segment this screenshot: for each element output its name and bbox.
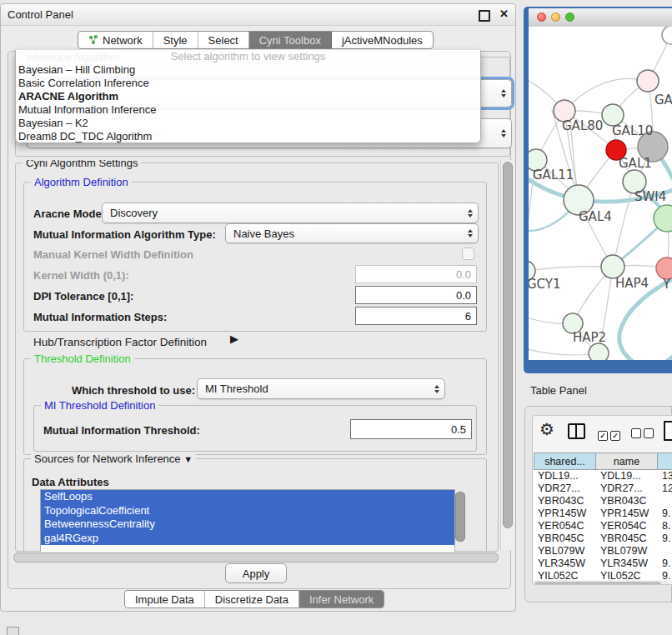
attribute-list-item[interactable]: gal4RGexp [41, 532, 454, 546]
tab-network[interactable]: Network [78, 32, 153, 48]
mi-type-value: Naive Bayes [233, 228, 294, 240]
close-icon[interactable]: ✕ [499, 8, 509, 20]
dpi-tolerance-field[interactable]: 0.0 [355, 286, 477, 304]
table-cell: YDL19... [596, 470, 658, 482]
float-window-icon[interactable] [479, 10, 490, 22]
table-panel-inner: ⚙ ✓✓ shared...name YDL19...YDL19...13YDR… [532, 415, 672, 585]
table-row[interactable]: YLR345WYLR345W9. [534, 558, 672, 570]
window-close-button[interactable] [537, 12, 546, 22]
tab-label: Cyni Toolbox [259, 34, 321, 47]
tab-impute-data[interactable]: Impute Data [125, 591, 205, 608]
table-row[interactable]: YIL052CYIL052C9. [534, 570, 672, 580]
deselect-all-icon[interactable] [631, 427, 656, 442]
hub-definition-label: Hub/Transcription Factor Definition [33, 336, 207, 348]
table-cell: YBL079W [534, 545, 596, 558]
mi-steps-label: Mutual Information Steps: [33, 311, 167, 323]
network-view-window: GALGAL80GAL10GAL1GAL11SWI4GAL4GCY1HAP4YH… [524, 7, 672, 373]
table-header-row: shared...name [534, 452, 672, 470]
algorithm-popup-item[interactable]: Bayesian – Hill Climbing [16, 63, 480, 77]
table-scrollbar-thumb[interactable] [534, 582, 661, 585]
algorithm-popup: Select algorithm to view settings Bayesi… [15, 50, 481, 143]
settings-vertical-scrollbar [500, 160, 514, 550]
data-attributes-label: Data Attributes [32, 476, 109, 488]
algorithm-popup-item[interactable]: Mutual Information Inference [16, 103, 480, 117]
table-row[interactable]: YDR27...YDR27...12 [534, 482, 672, 495]
network-node-top-right[interactable] [662, 27, 672, 44]
tab-label: Infer Network [309, 593, 374, 606]
mi-steps-field[interactable]: 6 [355, 307, 477, 325]
app: Control Panel ✕ NetworkStyleSelectCyni T… [0, 0, 672, 635]
network-node-hap4[interactable] [601, 255, 624, 278]
table-column-header[interactable]: shared... [534, 452, 596, 470]
table-row[interactable]: YBR045CYBR045C9. [534, 532, 672, 545]
algorithm-popup-item[interactable]: Dream8 DC_TDC Algorithm [16, 130, 480, 143]
attribute-list-item[interactable]: SelfLoops [41, 490, 454, 504]
table-cell: YIL052C [534, 570, 596, 580]
window-zoom-button[interactable] [565, 12, 574, 22]
table-row[interactable]: YDL19...YDL19...13 [534, 470, 672, 482]
cyni-settings-title: Cyni Algorithm Settings [23, 160, 141, 169]
table-row[interactable]: YBL079WYBL079W [534, 545, 672, 558]
table-cell: YBL079W [596, 545, 658, 558]
checked-box-glyph: ✓ [598, 431, 608, 441]
aracne-mode-value: Discovery [110, 207, 158, 219]
aracne-mode-combo[interactable]: Discovery [102, 202, 479, 223]
combo-arrows-icon [468, 209, 473, 218]
network-window-titlebar[interactable] [529, 8, 672, 28]
table-cell: YDR27... [596, 482, 658, 495]
which-threshold-label: Which threshold to use: [72, 384, 195, 397]
network-edge[interactable] [613, 182, 634, 267]
mi-threshold-field[interactable]: 0.5 [350, 419, 472, 439]
tab-discretize-data[interactable]: Discretize Data [205, 591, 299, 608]
which-threshold-combo[interactable]: MI Threshold [197, 378, 445, 399]
bottom-tabs: Impute DataDiscretize DataInfer Network [124, 590, 384, 608]
network-node-green-bottom[interactable] [589, 343, 609, 360]
checked-box-glyph: ✓ [610, 431, 620, 441]
table-cell: 9. [658, 570, 672, 580]
select-all-icon[interactable]: ✓✓ [598, 427, 623, 442]
mi-threshold-label: Mutual Information Threshold: [43, 424, 200, 437]
table-panel-title: Table Panel [530, 384, 587, 397]
attribute-list-item[interactable]: TopologicalCoefficient [41, 504, 454, 518]
expand-arrow-icon[interactable]: ▶ [230, 332, 238, 345]
algorithm-popup-item[interactable]: ARACNE Algorithm [16, 90, 480, 103]
attribute-list-item[interactable]: BetweennessCentrality [41, 518, 454, 532]
manual-kernel-checkbox[interactable] [462, 248, 474, 260]
algorithm-popup-list: Bayesian – Hill ClimbingBasic Correlatio… [16, 63, 480, 143]
combo-arrows-icon [468, 229, 473, 238]
table-row[interactable]: YBR043CYBR043C [534, 495, 672, 508]
window-minimize-button[interactable] [551, 12, 560, 22]
network-canvas[interactable]: GALGAL80GAL10GAL1GAL11SWI4GAL4GCY1HAP4YH… [529, 27, 672, 360]
table-column-header[interactable]: name [596, 452, 658, 470]
table-cell [658, 545, 672, 558]
attribute-list-scrollbar[interactable] [455, 492, 465, 542]
cyni-settings-viewport: Cyni Algorithm Settings Algorithm Defini… [12, 160, 502, 552]
kernel-width-field[interactable]: 0.0 [355, 265, 477, 283]
table-cell: YDR27... [534, 482, 596, 495]
algorithm-popup-item[interactable]: Basic Correlation Inference [16, 77, 480, 90]
table-row[interactable]: YPR145WYPR145W9. [534, 508, 672, 520]
network-node-gal-pink[interactable] [637, 70, 659, 92]
tab-cyni-toolbox[interactable]: Cyni Toolbox [249, 32, 332, 48]
tab-infer-network[interactable]: Infer Network [299, 591, 384, 608]
split-columns-icon[interactable] [568, 423, 585, 439]
algorithm-definition-title: Algorithm Definition [31, 176, 132, 188]
clipped-panel-corner [7, 627, 19, 635]
vertical-scrollbar-thumb[interactable] [503, 162, 513, 528]
table-row[interactable]: YER054CYER054C8. [534, 520, 672, 532]
sources-group-title[interactable]: Sources for Network Inference ▼ [31, 452, 196, 465]
network-node-label: HAP2 [573, 330, 606, 345]
mi-type-combo[interactable]: Naive Bayes [225, 223, 479, 243]
data-attributes-list[interactable]: SelfLoopsTopologicalCoefficientBetweenne… [40, 489, 455, 552]
horizontal-scrollbar-thumb[interactable] [13, 552, 499, 562]
gear-icon[interactable]: ⚙ [539, 419, 554, 439]
document-icon[interactable] [664, 421, 672, 441]
algorithm-popup-item[interactable]: Bayesian – K2 [16, 117, 480, 130]
table-column-header[interactable] [658, 452, 672, 470]
tab-select[interactable]: Select [198, 32, 249, 48]
apply-button[interactable]: Apply [225, 563, 287, 583]
network-edge[interactable] [529, 267, 613, 271]
tab-style[interactable]: Style [153, 32, 198, 48]
tab-jactivemnodules[interactable]: jActiveMNodules [332, 32, 433, 48]
network-node-label: GAL1 [619, 156, 652, 171]
